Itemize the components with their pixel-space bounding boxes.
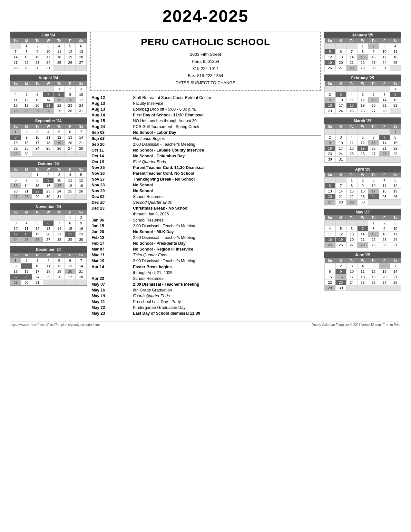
event-date: Nov 25 (90, 165, 132, 171)
page-title: 2024-2025 (10, 6, 401, 26)
event-description: 2:00 Dismissal - Teacher's Meeting (132, 142, 321, 147)
event-row: Apr 22School Resumes (90, 276, 321, 281)
calendar-day: 2 (368, 44, 379, 49)
calendar-day: 10 (76, 92, 87, 97)
event-row: Oct 11No School - LaSalle County Inservi… (90, 147, 321, 153)
day-header: W (357, 81, 368, 86)
calendar-day: 12 (390, 183, 401, 189)
calendar-day: 20 (346, 237, 357, 242)
calendar-day: 30 (368, 65, 379, 71)
event-row: Aug 14First Day of School - 11:30 Dismis… (90, 112, 321, 118)
calendar-day: 2 (76, 215, 87, 221)
event-date: Feb 12 (90, 235, 132, 241)
event-description: No School - MLK Day (132, 229, 321, 235)
calendar-day: 10 (335, 97, 346, 103)
calendar-day: 9 (32, 49, 43, 54)
calendar-day: 23 (21, 274, 32, 280)
event-description: through April 21, 2025 (132, 270, 321, 276)
calendar-day (325, 44, 336, 49)
calendar-day (379, 86, 390, 92)
mini-calendar: February '25SuMTuWThFSa12345678910111213… (324, 74, 401, 114)
calendar-day: 28 (379, 151, 390, 157)
calendar-day: 5 (32, 221, 43, 226)
calendar-day: 1 (65, 215, 76, 221)
day-header: Su (325, 258, 336, 263)
calendar-day: 10 (32, 135, 43, 140)
calendar-day: 15 (390, 140, 401, 146)
calendar-day (21, 86, 32, 92)
calendar-day (10, 172, 21, 178)
footer-right: Yearly Calendar Template © 2021 Vertex42… (312, 323, 401, 327)
event-description: Bookbag Drop off - 5:00 - 6:30 p.m. (132, 106, 321, 112)
mini-calendar: March '25SuMTuWThFSa12345678910111213141… (324, 117, 401, 163)
calendar-day: 6 (325, 183, 336, 189)
event-description: No School (132, 182, 321, 188)
calendar-day (325, 221, 336, 226)
calendar-day: 16 (325, 146, 336, 151)
calendar-day: 3 (335, 135, 346, 140)
calendar-day: 14 (346, 54, 357, 60)
calendar-day: 16 (335, 274, 346, 280)
day-header: Th (368, 124, 379, 129)
calendar-day: 29 (325, 285, 336, 291)
calendar-day: 18 (43, 140, 54, 146)
calendar-day: 5 (21, 92, 32, 97)
calendar-day: 7 (21, 178, 32, 183)
calendar-day: 6 (10, 178, 21, 183)
day-header: Th (368, 258, 379, 263)
calendar-day: 2 (335, 263, 346, 269)
day-header: Su (10, 167, 21, 172)
event-row: May 22Kindergarten Graduation Day (90, 305, 321, 310)
calendar-day: 17 (76, 97, 87, 103)
calendar-day (390, 65, 401, 71)
calendar-day: 28 (390, 280, 401, 285)
calendar-day: 30 (43, 194, 54, 200)
calendar-day: 24 (10, 237, 21, 242)
calendar-day (43, 280, 54, 285)
calendar-day: 5 (335, 226, 346, 232)
calendar-day (335, 178, 346, 183)
event-row: Jan 152:00 Dismissal - Teacher's Meeting (90, 223, 321, 229)
event-row: Oct 14No School - Columbus Day (90, 153, 321, 159)
event-date: Aug 13 (90, 101, 132, 106)
event-description: 2:00 Dismissal - Teacher's Meeting (132, 258, 321, 264)
event-description: Preschool Last Day - Party (132, 299, 321, 305)
calendar-month-header: April '25 (324, 166, 401, 172)
event-date: May 19 (90, 293, 132, 299)
event-row: May 072:00 Dismissal - Teacher's Meeting (90, 281, 321, 287)
calendar-day: 4 (10, 92, 21, 97)
calendar-day: 2 (325, 92, 336, 97)
calendar-day (357, 285, 368, 291)
calendar-day: 7 (43, 92, 54, 97)
calendar-day: 9 (21, 263, 32, 269)
calendar-day: 5 (76, 172, 87, 178)
calendar-day: 12 (54, 135, 65, 140)
calendar-day: 21 (379, 146, 390, 151)
day-header: Th (54, 38, 65, 44)
event-date: Apr 22 (90, 276, 132, 281)
calendar-day: 29 (368, 242, 379, 248)
day-header: W (43, 38, 54, 44)
calendar-day: 6 (65, 129, 76, 135)
event-date: Aug 12 (90, 95, 132, 101)
calendar-day: 19 (368, 274, 379, 280)
calendar-day: 27 (346, 242, 357, 248)
calendar-day: 13 (65, 135, 76, 140)
calendar-day (21, 215, 32, 221)
day-header: Tu (346, 38, 357, 44)
day-header: W (357, 258, 368, 263)
calendar-day: 6 (335, 49, 346, 54)
calendar-day: 25 (325, 242, 336, 248)
calendar-day: 3 (379, 44, 390, 49)
calendar-day: 23 (43, 189, 54, 194)
calendar-day: 21 (390, 274, 401, 280)
calendar-day (325, 129, 336, 135)
calendar-day: 31 (390, 242, 401, 248)
calendar-day: 25 (346, 151, 357, 157)
calendar-day: 3 (43, 44, 54, 49)
event-description: 8th Grade Graduation (132, 287, 321, 293)
event-description: NO Hot Lunches through August 30 (132, 118, 321, 124)
day-header: Sa (390, 258, 401, 263)
event-description: Parent/Teacher Conf. 11:30 Dismissal (132, 165, 321, 171)
calendar-day: 6 (368, 92, 379, 97)
